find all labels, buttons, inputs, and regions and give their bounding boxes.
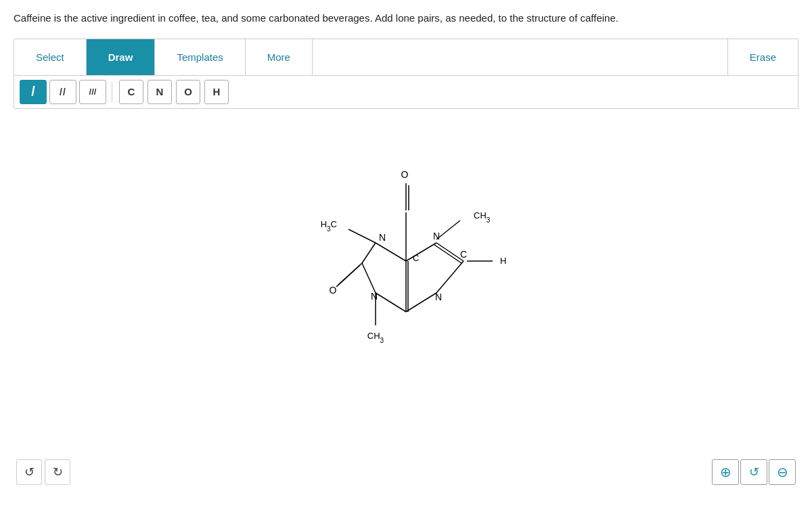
atom-N3: N [371,291,378,302]
single-bond-button[interactable]: / [20,80,47,104]
zoom-out-icon: ⊖ [777,464,788,480]
atom-C-button[interactable]: C [119,80,143,104]
canvas-area: O O [14,116,798,454]
svg-line-15 [434,245,461,263]
triple-bond-button[interactable]: /// [79,80,106,104]
toolbar-tabs: Select Draw Templates More Erase [14,39,798,76]
zoom-controls: ⊕ ↺ ⊖ [712,459,796,485]
redo-icon: ↻ [53,465,63,480]
double-bond-button[interactable]: // [49,80,76,104]
atom-N1: N [379,232,386,243]
atom-O-top: O [401,169,409,180]
atom-N7: N [433,231,440,241]
page-container: Caffeine is the active ingredient in cof… [0,0,812,512]
svg-line-11 [406,243,436,261]
divider [112,82,112,102]
methyl-N1: H3C [321,219,337,233]
svg-line-6 [336,265,360,287]
svg-line-4 [362,243,376,263]
atom-H-button[interactable]: H [204,80,229,104]
atom-N9: N [435,292,442,302]
redo-button[interactable]: ↻ [45,459,70,485]
atom-O-button[interactable]: O [176,80,200,104]
atom-N-button[interactable]: N [148,80,172,104]
atom-C8: C [460,249,467,260]
svg-line-3 [376,243,406,261]
zoom-out-button[interactable]: ⊖ [769,459,796,485]
zoom-fit-icon: ↺ [749,465,759,480]
tab-draw[interactable]: Draw [87,39,156,75]
description-text: Caffeine is the active ingredient in cof… [14,11,792,26]
atom-C5: C [413,253,419,263]
toolbar-area: Select Draw Templates More Erase / // [14,39,798,109]
atom-CH-right: H [500,256,506,266]
atom-O-left: O [330,285,337,296]
svg-line-10 [406,293,436,312]
toolbar-bottom: / // /// C N O H [14,76,798,108]
methyl-N3: CH3 [367,331,384,344]
tab-erase[interactable]: Erase [727,39,798,75]
svg-line-8 [376,293,406,312]
molecule-structure: O O [250,143,562,427]
undo-button[interactable]: ↺ [16,459,42,485]
bottom-bar: ↺ ↻ ⊕ ↺ ⊖ [14,454,798,490]
svg-line-7 [362,263,376,293]
undo-redo-group: ↺ ↻ [16,459,70,485]
tab-select[interactable]: Select [14,39,87,75]
svg-line-13 [436,261,464,293]
zoom-fit-button[interactable]: ↺ [740,459,767,485]
undo-icon: ↺ [24,465,35,480]
zoom-in-button[interactable]: ⊕ [712,459,739,485]
methyl-N7: CH3 [474,210,491,224]
zoom-in-icon: ⊕ [720,464,731,480]
svg-line-16 [348,229,376,243]
toolbar-spacer [313,39,727,75]
svg-line-19 [436,220,460,239]
tab-more[interactable]: More [246,39,313,75]
tab-templates[interactable]: Templates [155,39,245,75]
